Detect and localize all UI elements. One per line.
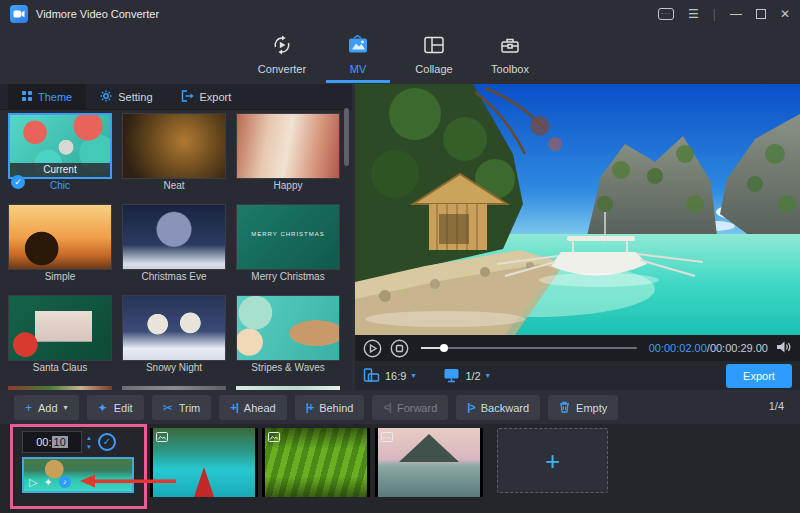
theme-card-snowy-night[interactable]: Snowy Night [122,295,226,375]
tab-export[interactable]: Export [167,84,246,109]
close-button[interactable]: ✕ [780,8,790,20]
export-button[interactable]: Export [726,364,792,388]
tab-setting[interactable]: Setting [86,84,166,109]
current-time: 00:00:02.00 [649,342,707,354]
tab-setting-label: Setting [118,91,152,103]
clip-artwork [378,428,480,497]
preview-panel: 00:00:02.00/00:00:29.00 16:9 ▾ [355,84,800,390]
theme-label: Christmas Eve [122,270,226,284]
theme-card-merry-christmas[interactable]: MERRY CHRISTMAS Merry Christmas [236,204,340,284]
move-backward-icon: |> [467,402,475,413]
screen-page-dropdown[interactable]: 1/2 ▾ [443,367,489,385]
duration-input[interactable]: 00:10 [22,431,82,453]
slider-handle[interactable] [440,344,448,352]
image-type-badge-icon [381,432,393,444]
feedback-icon[interactable]: ··· [658,8,674,20]
duration-editor: 00:10 ▲ ▼ ✓ [22,430,134,454]
preview-options: 16:9 ▾ 1/2 ▾ Export [355,361,800,390]
timeline-clip-1[interactable]: ▷ ✦ ♪ [22,457,134,493]
spinner-down-icon[interactable]: ▼ [86,444,92,450]
trash-icon [559,401,570,415]
volume-icon[interactable] [776,340,792,356]
time-display: 00:00:02.00/00:00:29.00 [649,342,768,354]
theme-label: Snowy Night [122,361,226,375]
tab-converter[interactable]: Converter [246,30,318,75]
forward-button[interactable]: <| Forward [372,395,448,420]
minimize-button[interactable]: — [730,8,742,20]
titlebar: Vidmore Video Converter ··· ☰ | — ✕ [0,0,800,28]
theme-card-neat[interactable]: Neat [122,113,226,193]
slider-fill [421,347,440,349]
ahead-button[interactable]: +| Ahead [219,395,286,420]
app-logo-icon [10,5,28,23]
plus-icon: + [25,402,32,414]
tab-toolbox[interactable]: Toolbox [474,30,546,75]
theme-label: Stripes & Waves [236,361,340,375]
theme-thumb-santa-claus [8,295,112,361]
timeline-clip-4[interactable] [375,428,483,497]
theme-label: Simple [8,270,112,284]
active-tab-underline [326,80,390,83]
clip-edit-wand-icon[interactable]: ✦ [43,477,52,488]
progress-slider[interactable] [421,341,637,355]
aspect-ratio-dropdown[interactable]: 16:9 ▾ [363,367,415,385]
theme-card-santa-claus[interactable]: Santa Claus [8,295,112,375]
chevron-down-icon: ▾ [486,371,490,380]
behind-label: Behind [319,402,353,414]
empty-button[interactable]: Empty [548,395,618,420]
theme-card-christmas-eve[interactable]: Christmas Eve [122,204,226,284]
current-badge: Current [10,163,110,177]
spinner-up-icon[interactable]: ▲ [86,435,92,441]
clip-play-icon[interactable]: ▷ [29,477,37,488]
edit-button[interactable]: ✦ Edit [87,395,144,420]
theme-card-simple[interactable]: Simple [8,204,112,284]
confirm-duration-button[interactable]: ✓ [98,433,116,451]
duration-prefix: 00: [36,436,51,448]
play-button[interactable] [363,339,382,358]
timeline-clip-3[interactable] [262,428,370,497]
theme-thumb-chic: Current [8,113,112,179]
timeline-clip-2[interactable] [150,428,258,497]
clip-audio-button[interactable]: ♪ [59,476,71,488]
duration-spinner: ▲ ▼ [86,435,92,450]
clip-toolbar: + Add ▾ ✦ Edit ✂ Trim +| Ahead |+ Behind… [0,390,800,424]
theme-card-happy[interactable]: Happy [236,113,340,193]
insert-ahead-icon: +| [230,402,238,413]
main-nav: Converter MV Collage [246,30,546,75]
add-button[interactable]: + Add ▾ [14,395,79,420]
maximize-button[interactable] [756,9,766,19]
aspect-ratio-icon [363,367,380,385]
theme-card-stripes-waves[interactable]: Stripes & Waves [236,295,340,375]
add-clip-slot[interactable]: + [497,428,608,493]
page-indicator: 1/4 [769,400,784,412]
theme-label: Happy [236,179,340,193]
tab-theme-label: Theme [38,91,72,103]
slider-track [421,347,637,349]
tab-collage[interactable]: Collage [398,30,470,75]
merry-christmas-art-text: MERRY CHRISTMAS [237,231,339,237]
theme-thumb-snowy-night [122,295,226,361]
menu-icon[interactable]: ☰ [688,8,699,20]
tab-converter-label: Converter [258,63,306,75]
tab-theme[interactable]: Theme [8,84,86,109]
tab-export-label: Export [200,91,232,103]
video-preview[interactable] [355,84,800,335]
chevron-down-icon: ▾ [411,371,415,380]
stop-button[interactable] [390,339,409,358]
playback-controls: 00:00:02.00/00:00:29.00 [355,335,800,361]
add-label: Add [38,402,58,414]
clip-artwork [153,428,255,497]
total-time: 00:00:29.00 [710,342,768,354]
move-forward-icon: <| [383,402,391,413]
magic-wand-icon: ✦ [98,402,108,414]
scrollbar-thumb[interactable] [344,108,349,166]
trim-label: Trim [179,402,201,414]
theme-card-chic[interactable]: Current ✓ Chic [8,113,112,193]
behind-button[interactable]: |+ Behind [295,395,365,420]
theme-thumb-happy [236,113,340,179]
trim-button[interactable]: ✂ Trim [152,395,212,420]
backward-button[interactable]: |> Backward [456,395,540,420]
theme-thumb-simple [8,204,112,270]
backward-label: Backward [481,402,529,414]
tab-mv[interactable]: MV [322,30,394,75]
